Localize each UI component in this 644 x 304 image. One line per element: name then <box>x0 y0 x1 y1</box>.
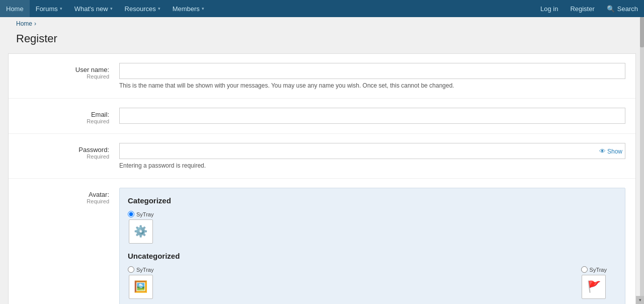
avatar-radio-uncat2[interactable] <box>581 266 588 273</box>
nav-item-whats-new[interactable]: What's new ▾ <box>68 0 119 17</box>
nav-item-forums[interactable]: Forums ▾ <box>30 0 68 17</box>
uncategorized-title: Uncategorized <box>128 252 617 260</box>
avatar-uncat2-label: SyTray <box>590 267 607 273</box>
scroll-down-button[interactable]: ▾ <box>636 296 644 304</box>
categorized-title: Categorized <box>128 196 617 205</box>
email-label-col: Email: Required <box>19 108 109 124</box>
whats-new-chevron-icon: ▾ <box>110 6 113 11</box>
username-input[interactable] <box>119 63 625 79</box>
nav-right: Log in Register 🔍 Search <box>534 0 644 17</box>
scrollbar-track[interactable] <box>640 17 644 304</box>
avatar-radio-row-uncat1: SyTray <box>128 266 153 273</box>
avatar-option-cat1[interactable]: SyTray ⚙️ <box>128 211 153 244</box>
register-form: User name: Required This is the name tha… <box>8 53 636 304</box>
nav-item-resources[interactable]: Resources ▾ <box>119 0 167 17</box>
resources-chevron-icon: ▾ <box>158 6 160 11</box>
avatar-required: Required <box>19 198 109 204</box>
nav-resources-label: Resources <box>125 5 156 13</box>
page-title: Register <box>8 30 636 53</box>
nav-whats-new-label: What's new <box>74 5 108 13</box>
password-label: Password: <box>19 146 109 154</box>
avatar-uncat1-image: 🖼️ <box>129 275 153 299</box>
password-input-col: 👁 Show Entering a password is required. <box>119 143 625 169</box>
email-required: Required <box>19 118 109 124</box>
avatar-radio-uncat1[interactable] <box>128 266 134 273</box>
nav-login-label: Log in <box>540 5 558 13</box>
avatar-radio-cat1[interactable] <box>128 211 134 217</box>
email-input[interactable] <box>119 108 625 124</box>
password-required: Required <box>19 154 109 160</box>
nav-item-home[interactable]: Home <box>0 0 30 17</box>
username-input-col: This is the name that will be shown with… <box>119 63 625 89</box>
nav-members-label: Members <box>173 5 200 13</box>
breadcrumb: Home › <box>8 17 636 30</box>
uncategorized-grid: SyTray 🖼️ SyTray <box>128 266 617 299</box>
search-icon: 🔍 <box>607 5 615 13</box>
email-input-col <box>119 108 625 124</box>
avatar-uncat1-label: SyTray <box>136 267 153 273</box>
avatar-cat1-label: SyTray <box>136 211 153 217</box>
password-show-button[interactable]: 👁 Show <box>599 147 622 155</box>
username-hint: This is the name that will be shown with… <box>119 82 625 89</box>
flag-icon: 🚩 <box>587 280 601 293</box>
avatar-uncat2-image: 🚩 <box>582 275 606 299</box>
username-label-col: User name: Required <box>19 63 109 89</box>
password-label-col: Password: Required <box>19 143 109 169</box>
nav-item-members[interactable]: Members ▾ <box>167 0 210 17</box>
avatar-label: Avatar: <box>19 191 109 198</box>
navbar: Home Forums ▾ What's new ▾ Resources ▾ M… <box>0 0 644 17</box>
email-label: Email: <box>19 111 109 118</box>
avatar-radio-row-uncat2: SyTray <box>581 266 607 273</box>
username-required: Required <box>19 73 109 80</box>
username-label: User name: <box>19 66 109 73</box>
avatar-option-uncat1[interactable]: SyTray 🖼️ <box>128 266 153 299</box>
avatar-label-col: Avatar: Required <box>19 188 109 304</box>
main-content: Home › Register User name: Required This… <box>0 17 644 304</box>
username-row: User name: Required This is the name tha… <box>9 54 635 99</box>
avatar-option-uncat2[interactable]: SyTray 🚩 <box>581 266 607 299</box>
avatar-cat1-image: ⚙️ <box>129 219 153 244</box>
password-error: Entering a password is required. <box>119 162 625 169</box>
password-input[interactable] <box>119 143 625 159</box>
forums-chevron-icon: ▾ <box>60 6 62 11</box>
avatar-row: Avatar: Required Categorized SyTray <box>9 179 635 304</box>
nav-register-label: Register <box>570 5 594 13</box>
show-label: Show <box>607 147 622 155</box>
nav-search-label: Search <box>617 5 638 13</box>
avatar-radio-row-cat1: SyTray <box>128 211 153 217</box>
password-wrapper: 👁 Show <box>119 143 625 159</box>
members-chevron-icon: ▾ <box>202 6 204 11</box>
eye-icon: 👁 <box>599 147 606 155</box>
nav-register-button[interactable]: Register <box>564 0 600 17</box>
avatar-input-col: Categorized SyTray ⚙️ <box>119 188 625 304</box>
nav-forums-label: Forums <box>36 5 58 13</box>
breadcrumb-separator: › <box>34 20 36 27</box>
nav-login-button[interactable]: Log in <box>534 0 564 17</box>
nav-home-label: Home <box>6 5 24 13</box>
nav-search-button[interactable]: 🔍 Search <box>601 0 644 17</box>
breadcrumb-home-link[interactable]: Home <box>16 20 32 27</box>
email-row: Email: Required <box>9 99 635 134</box>
gear-icon: ⚙️ <box>134 225 147 238</box>
scrollbar-thumb[interactable] <box>640 17 644 47</box>
avatar-box: Categorized SyTray ⚙️ <box>119 188 625 304</box>
nav-left: Home Forums ▾ What's new ▾ Resources ▾ M… <box>0 0 534 17</box>
categorized-grid: SyTray ⚙️ <box>128 211 617 244</box>
password-row: Password: Required 👁 Show Entering a pas… <box>9 134 635 179</box>
image-icon: 🖼️ <box>134 280 147 293</box>
